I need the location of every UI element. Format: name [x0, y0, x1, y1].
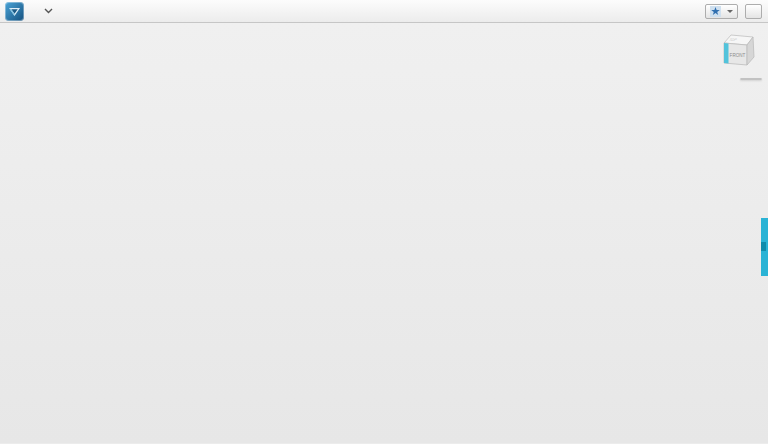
panel-tab-handle-icon [761, 242, 766, 251]
app-brand-menu[interactable] [0, 2, 170, 21]
account-area [698, 4, 768, 19]
parts-panel-tab[interactable] [761, 218, 768, 276]
chevron-down-icon [727, 10, 733, 13]
user-account-dropdown[interactable] [705, 4, 738, 19]
help-button[interactable] [745, 4, 762, 19]
view-navigation-bar [740, 78, 762, 80]
view-cube[interactable]: FRONT TOP [716, 30, 760, 72]
view-cube-front-label: FRONT [730, 53, 746, 58]
user-avatar [710, 6, 721, 17]
workplane-grid [0, 23, 768, 443]
chevron-down-icon [44, 8, 53, 14]
autodesk-123d-logo-icon [5, 2, 24, 21]
top-menu-bar [0, 0, 768, 23]
view-cube-edge-highlight [724, 43, 729, 63]
3d-viewport-canvas[interactable]: FRONT TOP [0, 23, 768, 443]
